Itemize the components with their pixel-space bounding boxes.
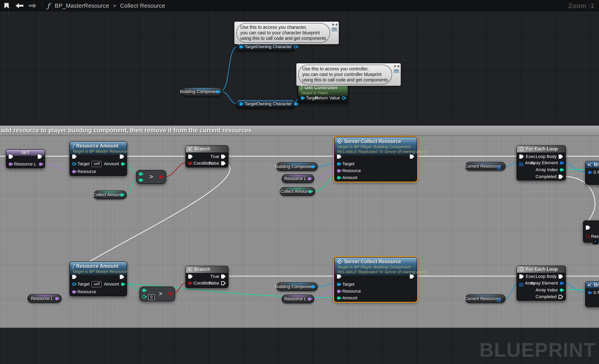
amount-input-pin[interactable] <box>337 296 340 300</box>
node-server-collect-resource-1[interactable]: Server Collect Resource Target is BP Pla… <box>334 137 417 182</box>
true-output-pin[interactable] <box>221 155 226 159</box>
struct-input-pin[interactable] <box>588 171 591 174</box>
exec-output-pin[interactable] <box>410 275 414 279</box>
resource-input-pin[interactable] <box>72 290 76 294</box>
node-greater-than-1[interactable]: > <box>136 170 166 184</box>
comment-pin-icon[interactable] <box>394 65 399 68</box>
greater-input-b-pin[interactable] <box>142 295 146 298</box>
resource-input-pin[interactable] <box>337 169 340 173</box>
resource-l-output-pin[interactable] <box>55 297 58 300</box>
return-value-output-pin[interactable] <box>342 96 345 100</box>
comment-more-icon[interactable]: ••• <box>394 69 399 73</box>
target-input-pin[interactable] <box>337 283 340 286</box>
variable-node-collect-amount[interactable]: Collect Amount <box>280 187 315 196</box>
node-title: Branch <box>194 267 210 272</box>
current-resources-array-pin[interactable] <box>497 298 498 299</box>
greater-input-a-pin[interactable] <box>142 289 146 292</box>
node-break-struct-2[interactable]: Break S Res <box>585 281 599 307</box>
bool-input-pin[interactable] <box>586 235 589 238</box>
resource-l-output-pin[interactable] <box>308 297 311 301</box>
graph-toolbar: ⌄ ƒ BP_MasterResource > Collect Resource <box>0 0 599 11</box>
completed-output-pin[interactable] <box>559 175 563 179</box>
building-component-output-pin[interactable] <box>311 165 315 168</box>
result-output-pin[interactable] <box>168 292 172 295</box>
node-subtitle: Target is BP Master Resource <box>72 269 124 274</box>
comment-pin-icon[interactable] <box>333 23 337 26</box>
variable-node-current-resources[interactable]: Current Resources <box>465 295 505 303</box>
loop-icon <box>519 147 524 151</box>
building-component-output-pin[interactable] <box>216 90 219 94</box>
variable-node-resource-l[interactable]: Resource L <box>28 294 62 303</box>
completed-output-pin[interactable] <box>559 295 563 299</box>
building-component-output-pin[interactable] <box>311 285 315 288</box>
variable-node-current-resources[interactable]: Current Resources <box>465 162 505 171</box>
loop-body-output-pin[interactable] <box>559 275 563 279</box>
default-value-box[interactable]: 0 <box>148 295 155 300</box>
node-resource-amount-1[interactable]: ƒ Resource Amount Target is BP Master Re… <box>70 141 127 176</box>
comment-bubble-controller[interactable]: Use this to access you controller, you c… <box>296 63 401 86</box>
array-element-output-pin[interactable] <box>560 282 563 285</box>
owning-character-output-pin[interactable] <box>294 102 297 106</box>
greater-input-b-pin[interactable] <box>139 178 142 182</box>
variable-node-building-component[interactable]: Building Component <box>276 282 318 291</box>
checked-checkbox[interactable]: ✓ <box>592 239 598 244</box>
exec-output-pin[interactable] <box>120 155 124 159</box>
collect-amount-output-pin[interactable] <box>120 193 123 197</box>
node-set-resource-l[interactable]: SET Resource L <box>6 149 45 168</box>
break-icon <box>588 163 592 167</box>
false-output-pin[interactable] <box>221 161 226 165</box>
node-resource-amount-2[interactable]: ƒ Resource Amount Target is BP Master Re… <box>70 261 127 296</box>
exec-output-pin[interactable] <box>120 275 124 279</box>
greater-input-a-pin[interactable] <box>139 172 142 176</box>
target-input-pin[interactable] <box>337 162 340 166</box>
amount-output-pin[interactable] <box>121 162 124 166</box>
resource-l-output-pin[interactable] <box>39 163 42 166</box>
amount-output-pin[interactable] <box>121 283 124 286</box>
owning-character-output-pin[interactable] <box>294 45 297 49</box>
false-output-pin[interactable] <box>221 281 226 285</box>
comment-more-icon[interactable]: ••• <box>332 28 337 31</box>
node-server-collect-resource-2[interactable]: Server Collect Resource Target is BP Pla… <box>334 257 417 302</box>
resource-l-output-pin[interactable] <box>308 177 311 181</box>
loop-body-output-pin[interactable] <box>559 155 563 159</box>
true-output-pin[interactable] <box>221 275 226 279</box>
breadcrumb-current[interactable]: Collect Resource <box>120 3 165 9</box>
exec-input-pin[interactable] <box>586 225 590 230</box>
node-for-each-loop-2[interactable]: For Each Loop Exec Loop Body Array Array… <box>517 266 566 301</box>
resource-input-pin[interactable] <box>72 170 76 173</box>
node-branch-2[interactable]: Branch True Condition False <box>185 266 229 288</box>
result-output-pin[interactable] <box>159 175 163 179</box>
comment-bubble-character[interactable]: Use this to access you character, you ca… <box>234 22 339 44</box>
node-owning-character-2[interactable]: Target Owning Character <box>236 99 295 108</box>
forward-button[interactable] <box>29 3 36 8</box>
bookmark-button[interactable]: ⌄ <box>4 3 10 9</box>
target-input-pin[interactable] <box>239 102 243 106</box>
variable-node-resource-l[interactable]: Resource L <box>282 174 314 183</box>
variable-node-collect-amount[interactable]: Collect Amount <box>94 191 127 199</box>
node-partial-right[interactable]: Reso ✓ <box>583 220 599 243</box>
exec-output-pin[interactable] <box>410 155 414 159</box>
amount-input-pin[interactable] <box>337 176 340 179</box>
variable-node-building-component[interactable]: Building Component <box>182 87 222 96</box>
node-for-each-loop-1[interactable]: For Each Loop Exec Loop Body Array Array… <box>517 145 566 181</box>
resource-input-pin[interactable] <box>337 290 340 293</box>
node-header: Break <box>586 282 599 288</box>
array-index-output-pin[interactable] <box>560 288 563 292</box>
current-resources-array-pin[interactable] <box>497 166 498 167</box>
node-branch-1[interactable]: Branch True Condition False <box>185 145 229 167</box>
array-element-output-pin[interactable] <box>560 161 563 165</box>
toolbar-divider <box>42 2 42 9</box>
struct-input-pin[interactable] <box>588 291 591 295</box>
function-icon: ƒ <box>72 143 74 149</box>
array-index-output-pin[interactable] <box>560 168 563 172</box>
variable-node-resource-l[interactable]: Resource L <box>282 295 314 303</box>
breadcrumb-root[interactable]: BP_MasterResource <box>55 3 109 9</box>
blueprint-graph-canvas[interactable]: add resource to player building componen… <box>0 0 599 364</box>
exec-output-pin[interactable] <box>38 155 42 159</box>
back-button[interactable] <box>16 3 24 8</box>
collect-amount-output-pin[interactable] <box>308 190 312 193</box>
node-greater-than-2[interactable]: 0 > <box>140 286 175 301</box>
variable-node-building-component[interactable]: Building Component <box>276 162 318 171</box>
node-break-struct-1[interactable]: Break S Res <box>585 161 599 185</box>
node-get-controller[interactable]: ƒ Get Controller Target is Pawn Target R… <box>298 83 348 103</box>
